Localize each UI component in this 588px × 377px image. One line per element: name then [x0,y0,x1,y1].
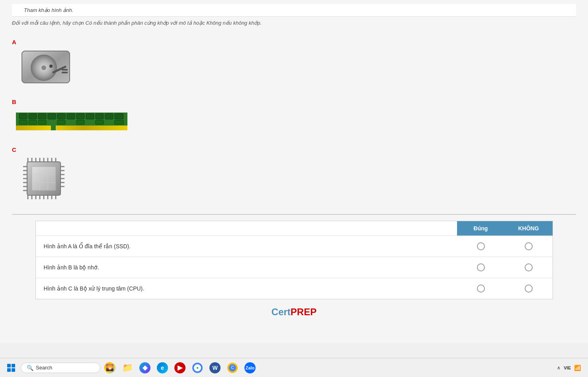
row-1-khong-radio[interactable] [525,242,533,250]
option-c-label: C [12,146,576,153]
svg-rect-27 [96,120,104,124]
svg-rect-9 [16,126,127,130]
zalo-app[interactable]: Zalo [242,360,258,376]
svg-rect-15 [57,114,65,119]
ram-image [16,107,127,133]
svg-rect-14 [48,114,56,119]
instruction-text: Đối với mỗi câu lệnh, hãy chọn Có nếu th… [12,20,576,26]
table-row-1: Hình ảnh A là Ổ đĩa thể rắn (SSD). [36,236,553,257]
svg-rect-7 [62,72,68,73]
svg-point-5 [49,65,53,68]
system-tray: ∧ VIE 📶 [557,365,585,371]
svg-rect-25 [57,120,65,124]
search-bar[interactable]: 🔍 Search [21,363,100,373]
row-1-text: Hình ảnh A là Ổ đĩa thể rắn (SSD). [36,237,457,256]
word-app[interactable]: W [207,360,223,376]
cert-text: Cert [272,306,291,317]
table-row-2: Hình ảnh B là bộ nhớ. [36,257,553,278]
table-row-3: Hình ảnh C là Bộ xử lý trung tâm (CPU). [36,278,553,299]
row-3-khong-cell[interactable] [505,278,553,299]
svg-rect-21 [115,114,123,119]
svg-rect-28 [115,120,123,124]
row-1-dung-radio[interactable] [477,242,485,250]
row-2-text: Hình ảnh B là bộ nhớ. [36,258,457,277]
svg-rect-12 [29,114,37,119]
row-3-dung-radio[interactable] [477,285,485,293]
media-player-app[interactable]: ▶ [172,360,188,376]
row-1-dung-cell[interactable] [457,236,505,257]
row-3-khong-radio[interactable] [525,285,533,293]
row-3-text: Hình ảnh C là Bộ xử lý trung tâm (CPU). [36,279,457,298]
svg-rect-59 [32,167,56,190]
svg-rect-26 [76,120,84,124]
chrome-alt-app[interactable]: ● [189,360,205,376]
cpu-image [20,155,68,200]
option-a-label: A [12,39,576,45]
hdd-image [20,47,72,85]
svg-rect-11 [19,114,27,119]
option-b-label: B [12,98,576,105]
table-header: Đúng KHÔNG [36,221,553,236]
certprep-logo: CertPREP [12,299,576,318]
svg-rect-10 [51,126,56,130]
copilot-app[interactable]: ◆ [137,360,153,376]
taskbar: 🔍 Search 🌄 📁 ◆ e ▶ ● W C Zalo ∧ VIE 📶 [0,358,588,377]
section-divider [12,214,576,215]
option-c-row: C [12,146,576,202]
svg-rect-19 [96,114,104,119]
svg-rect-18 [86,114,94,119]
row-2-khong-radio[interactable] [525,263,533,271]
main-content: Tham khảo hình ảnh. Đối với mỗi câu lệnh… [0,0,588,343]
scenery-app[interactable]: 🌄 [102,360,118,376]
row-2-khong-cell[interactable] [505,257,553,278]
svg-rect-17 [76,114,84,119]
row-3-dung-cell[interactable] [457,278,505,299]
chrome-app[interactable]: C [225,360,240,376]
search-label: Search [36,365,52,371]
svg-rect-6 [62,69,68,71]
search-icon: 🔍 [27,365,33,371]
top-text: Tham khảo hình ảnh. [24,7,73,13]
option-a-row: A [12,39,576,86]
svg-rect-22 [19,120,27,124]
edge-app[interactable]: e [154,360,170,376]
svg-point-3 [41,65,46,70]
start-button[interactable] [3,360,19,376]
row-2-dung-radio[interactable] [477,263,485,271]
svg-rect-20 [105,114,113,119]
header-khong: KHÔNG [505,221,553,236]
option-b-row: B [12,98,576,134]
svg-rect-16 [67,114,75,119]
row-1-khong-cell[interactable] [505,236,553,257]
svg-rect-13 [38,114,46,119]
prep-text: PREP [291,306,316,317]
svg-rect-24 [38,120,46,124]
file-explorer-app[interactable]: 📁 [119,360,135,376]
language-indicator: VIE [564,365,571,370]
answer-table: Đúng KHÔNG Hình ảnh A là Ổ đĩa thể rắn (… [35,221,553,299]
top-bar: Tham khảo hình ảnh. [12,4,576,17]
wifi-icon: 📶 [574,365,581,371]
row-2-dung-cell[interactable] [457,257,505,278]
tray-chevron[interactable]: ∧ [557,365,561,371]
header-dung: Đúng [457,221,505,236]
svg-rect-23 [29,120,37,124]
